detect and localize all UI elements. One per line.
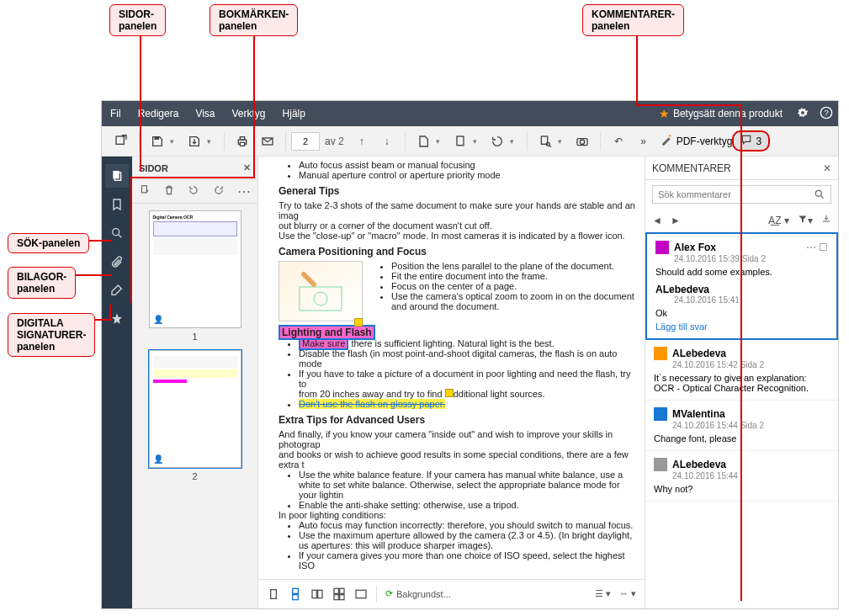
save-button[interactable]: [147, 131, 167, 151]
two-page-view[interactable]: [310, 587, 324, 601]
comment-author: ALebedeva: [672, 459, 726, 470]
callout-kommentarer: KOMMENTARER- panelen: [582, 4, 684, 36]
comment-menu[interactable]: ⋯ ☐: [806, 242, 828, 253]
save-as-button[interactable]: [184, 131, 204, 151]
svg-rect-23: [318, 590, 322, 597]
svg-rect-22: [312, 590, 316, 597]
comments-button[interactable]: 3: [732, 130, 770, 151]
rotate-left-icon[interactable]: [188, 184, 199, 199]
attach-button[interactable]: [413, 131, 433, 151]
svg-point-29: [815, 190, 821, 196]
reply-author: ALebedeva: [655, 284, 709, 295]
delete-page-icon[interactable]: [163, 184, 175, 199]
pages-more-icon[interactable]: ⋯: [237, 183, 251, 199]
menu-tools[interactable]: Verktyg: [224, 108, 274, 119]
heading-extra-tips: Extra Tips for Advanced Users: [279, 414, 636, 426]
comment-meta: 24.10.2016 15:39 Sida 2: [674, 254, 828, 263]
fit-hamburger[interactable]: ☰ ▾: [595, 588, 611, 599]
prev-comment[interactable]: ◄: [652, 215, 662, 226]
svg-rect-28: [356, 590, 366, 597]
svg-rect-24: [334, 588, 338, 593]
page-down-button[interactable]: ↓: [377, 131, 397, 151]
svg-rect-17: [300, 287, 342, 311]
comment-search-input[interactable]: [653, 186, 809, 203]
svg-rect-25: [340, 588, 344, 593]
new-tab-button[interactable]: [111, 131, 131, 151]
page-input[interactable]: [291, 132, 320, 151]
comment-meta: 24.10.2016 15:42 Sida 2: [672, 360, 830, 369]
rotate-button[interactable]: [487, 131, 507, 151]
menu-edit[interactable]: Redigera: [130, 108, 188, 119]
svg-rect-26: [334, 594, 338, 599]
callout-signaturer: DIGITALA SIGNATURER- panelen: [8, 313, 95, 357]
continuous-view[interactable]: [289, 587, 302, 601]
email-button[interactable]: [257, 131, 278, 151]
svg-text:?: ?: [824, 109, 828, 117]
comment-color-swatch: [654, 347, 667, 360]
rotate-right-icon[interactable]: [213, 184, 225, 199]
page-thumbnail-2[interactable]: 👤: [149, 350, 241, 468]
single-page-view[interactable]: [267, 587, 280, 601]
document-viewer[interactable]: Auto focus assist beam or manual focusin…: [258, 157, 645, 608]
menu-file[interactable]: Fil: [102, 108, 130, 119]
callout-bilagor: BILAGOR- panelen: [8, 267, 76, 299]
page-total-label: av 2: [325, 135, 344, 147]
bookmarks-tab-icon[interactable]: [105, 193, 129, 216]
comment-color-swatch: [654, 458, 667, 471]
background-task[interactable]: ⟳Bakgrundst...: [385, 588, 451, 599]
comments-panel-close[interactable]: ✕: [823, 162, 831, 174]
svg-rect-16: [141, 185, 146, 192]
rate-product-link[interactable]: Betygsätt denna produkt: [673, 108, 791, 119]
comment-meta: 24.10.2016 15:44 Sida 2: [672, 421, 830, 430]
svg-rect-2: [116, 136, 124, 144]
sticky-note-icon[interactable]: [445, 389, 454, 397]
thumb-label-2: 2: [139, 471, 251, 481]
sort-comments[interactable]: A͟Z ▾: [768, 215, 789, 226]
person-icon: 👤: [153, 454, 163, 464]
menu-view[interactable]: Visa: [187, 108, 223, 119]
filter-comments[interactable]: ▾: [798, 214, 813, 226]
fullscreen-view[interactable]: [354, 587, 368, 601]
signatures-tab-icon[interactable]: [105, 279, 129, 302]
pages-tab-icon[interactable]: [105, 164, 129, 188]
sticky-note-icon[interactable]: [354, 318, 363, 327]
comment-author: Alex Fox: [674, 242, 716, 253]
highlighted-heading[interactable]: Lighting and Flash: [279, 325, 375, 340]
star-icon: ★: [659, 107, 670, 120]
pages-panel-close[interactable]: ✕: [243, 162, 251, 173]
person-icon: 👤: [153, 315, 163, 324]
svg-point-15: [113, 229, 119, 236]
comment-color-swatch: [655, 241, 669, 254]
next-comment[interactable]: ►: [671, 215, 681, 226]
comment-author: ALebedeva: [672, 348, 726, 359]
save-as-dropdown[interactable]: ▾: [207, 137, 214, 146]
save-dropdown[interactable]: ▾: [170, 137, 177, 146]
search-icon[interactable]: [809, 186, 830, 203]
undo-button[interactable]: ↶: [608, 131, 629, 151]
print-button[interactable]: [232, 131, 252, 151]
comment-color-swatch: [654, 407, 667, 421]
pdf-tools-button[interactable]: PDF-verktyg: [660, 133, 733, 149]
two-page-cont-view[interactable]: [332, 587, 346, 601]
page-up-button[interactable]: ↑: [352, 131, 372, 151]
wand-icon: [660, 133, 673, 149]
heading-camera-pos: Camera Positioning and Focus: [279, 246, 636, 258]
comment-author: MValentina: [672, 408, 725, 420]
help-icon[interactable]: ?: [820, 106, 833, 122]
callout-bokmarken: BOKMÄRKEN- panelen: [210, 4, 298, 36]
search-page-button[interactable]: [535, 131, 555, 151]
expand-comments[interactable]: [821, 214, 831, 226]
fit-width[interactable]: ↔ ▾: [619, 588, 636, 599]
svg-rect-3: [155, 136, 159, 139]
attachments-tab-icon[interactable]: [105, 250, 129, 273]
page-thumbnail-1[interactable]: Digital Camera OCR 👤: [149, 210, 241, 328]
more-button[interactable]: »: [634, 131, 654, 151]
camera-image: [279, 261, 363, 321]
page-tool-button[interactable]: [450, 131, 470, 151]
thumb-label-1: 1: [139, 332, 251, 342]
camera-button[interactable]: [572, 131, 592, 151]
menu-help[interactable]: Hjälp: [274, 108, 314, 119]
settings-icon[interactable]: [796, 106, 809, 122]
add-page-icon[interactable]: [139, 184, 151, 199]
strikeout-text[interactable]: Don't use the flash on glossy paper.: [299, 399, 445, 409]
